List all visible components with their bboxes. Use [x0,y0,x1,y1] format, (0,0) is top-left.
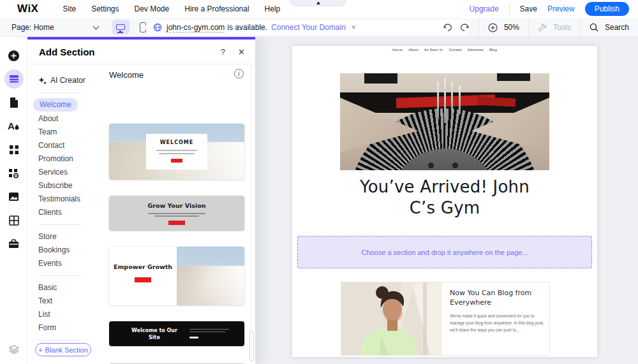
section-thumb-grow-your-vision[interactable]: Grow Your Vision [109,196,244,231]
help-icon[interactable]: ? [221,47,225,57]
category-promotion[interactable]: Promotion [27,152,98,166]
section-thumb-welcome-card[interactable]: WELCOME [109,124,244,180]
thumb-heading: Grow Your Vision [147,202,205,209]
domain-bar[interactable]: john-cs-gym.com is available. Connect Yo… [145,20,470,35]
publish-button[interactable]: Publish [585,2,629,16]
site-nav-as-seen-in[interactable]: As Seen In [424,48,443,52]
page-icon [9,97,19,108]
search-button[interactable]: Search [581,23,638,32]
menu-settings[interactable]: Settings [91,4,119,13]
site-nav-home[interactable]: Home [392,48,403,52]
zoom-control[interactable]: 50% [479,23,528,33]
wrench-icon [538,23,547,32]
hero-typewriter-image[interactable] [340,73,549,170]
thumb-cta-button [135,277,151,282]
category-about[interactable]: About [27,112,98,126]
thumb-read-more [189,337,198,339]
category-team[interactable]: Team [27,126,98,139]
scrollbar-thumb[interactable] [249,331,254,361]
category-store[interactable]: Store [27,230,98,244]
thumb-image [177,247,244,305]
menu-hire-a-professional[interactable]: Hire a Professional [184,4,249,13]
category-events[interactable]: Events [27,257,98,270]
preview-button[interactable]: Preview [547,4,575,13]
plus-circle-icon [8,50,20,62]
site-nav-about[interactable]: About [408,48,419,52]
redo-icon[interactable] [459,23,470,32]
category-text[interactable]: Text [27,295,98,308]
info-icon[interactable]: i [234,69,244,78]
blog-post-card[interactable]: Now You Can Blog from Everywhere We've m… [341,282,549,355]
plus-icon: + [38,346,42,354]
media-button[interactable] [0,192,27,201]
menu-site[interactable]: Site [63,4,76,13]
upgrade-button[interactable]: Upgrade [470,4,499,13]
section-dropzone[interactable]: Choose a section and drop it anywhere on… [297,236,592,268]
site-design-button[interactable]: A [0,120,27,131]
category-services[interactable]: Services [27,166,98,179]
app-widgets-button[interactable] [0,168,27,178]
svg-text:A: A [8,120,15,131]
blank-section-button[interactable]: + Blank Section [35,343,91,356]
hero-heading[interactable]: You’ve Arrived! John C’s Gym [349,177,540,218]
pages-menu-button[interactable] [0,97,27,108]
editor-toolbar: Page: Home john-cs-gym.com is available.… [0,18,638,37]
category-form[interactable]: Form [27,321,98,335]
menu-dev-mode[interactable]: Dev Mode [135,4,170,13]
thumb-cta-button [171,159,182,163]
wix-logo: WiX [17,3,38,15]
category-list[interactable]: List [27,308,98,321]
category-clients[interactable]: Clients [27,206,98,219]
canvas-top-handle[interactable] [290,0,346,6]
category-welcome[interactable]: Welcome [33,98,98,112]
category-testimonials[interactable]: Testimonials [27,193,98,206]
typewriter-part [452,163,458,168]
thumb-text-line [148,213,205,214]
site-page[interactable]: Home About As Seen In Contact Advertise … [292,46,597,357]
panel-header: Add Section ? ✕ [27,40,255,64]
dismiss-domain-icon[interactable]: × [352,23,356,32]
thumb-heading: Empower Growth [114,263,172,272]
section-thumbnails: Welcome i WELCOME Grow Your Vision [98,64,255,364]
tools-button[interactable]: Tools [529,23,580,32]
add-apps-button[interactable] [0,145,27,155]
blog-photo-woman [341,282,442,355]
add-section-button[interactable] [0,69,27,89]
layers-icon [8,345,20,354]
ai-creator-label: AI Creator [50,76,85,85]
thumb-text-line [154,215,199,217]
typewriter-part [437,82,439,119]
design-theme-icon: A [8,120,20,131]
connect-domain-link[interactable]: Connect Your Domain [271,23,346,32]
site-nav-contact[interactable]: Contact [449,48,462,52]
category-contact[interactable]: Contact [27,139,98,152]
add-elements-button[interactable] [0,50,27,62]
typewriter-part [451,82,453,115]
layers-button[interactable] [0,345,27,354]
content-title: Welcome [109,70,144,80]
undo-icon[interactable] [443,23,453,32]
desktop-view-button[interactable] [112,20,130,34]
sections-icon [9,75,19,84]
category-bookings[interactable]: Bookings [27,244,98,257]
sparkle-icon [38,76,47,85]
close-icon[interactable]: ✕ [238,47,245,57]
cms-button[interactable] [0,215,27,226]
image-icon [8,192,19,201]
thumb-heading: Welcome to Our Site [130,327,179,341]
monitor-icon [116,24,125,30]
menu-help[interactable]: Help [265,4,281,13]
business-tools-button[interactable] [0,239,27,249]
category-subscribe[interactable]: Subscribe [27,179,98,193]
ai-creator-button[interactable]: AI Creator [27,73,98,87]
add-section-panel: Add Section ? ✕ AI Creator Welcome About… [27,37,255,364]
section-thumb-welcome-black[interactable]: Welcome to Our Site [109,321,244,346]
section-thumb-empower-growth[interactable]: Empower Growth [109,247,244,305]
site-nav-blog[interactable]: Blog [489,48,497,52]
divider [38,275,82,276]
category-basic[interactable]: Basic [27,281,98,295]
page-selector[interactable]: Page: Home [11,23,98,32]
site-nav-advertise[interactable]: Advertise [468,48,484,52]
save-button[interactable]: Save [520,4,537,13]
search-icon [590,23,598,32]
